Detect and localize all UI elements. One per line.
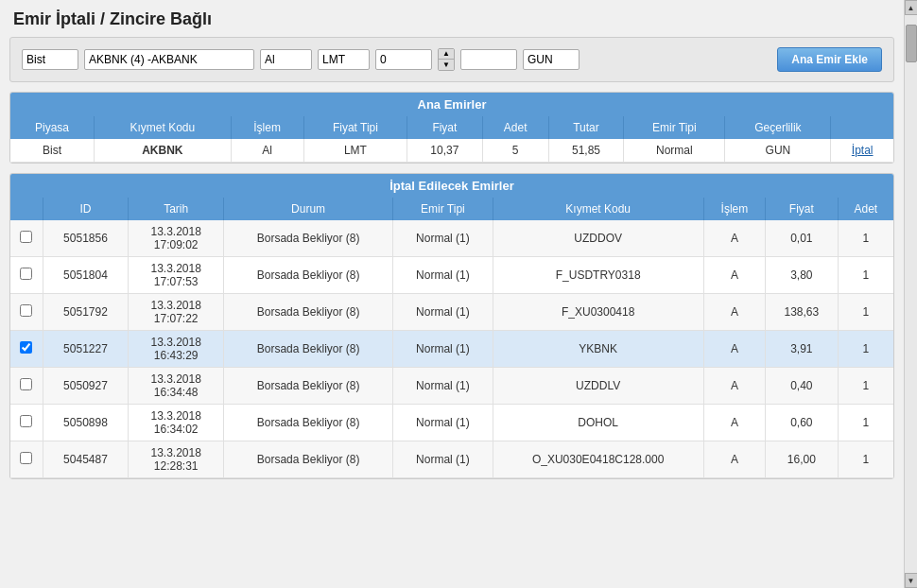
cell-id: 5051856: [43, 220, 129, 257]
page-title: Emir İptali / Zincire Bağlı: [0, 0, 904, 37]
cell-islem: A: [703, 220, 765, 257]
table-row: 5050927 13.3.201816:34:48 Borsada Bekliy…: [10, 368, 893, 405]
row-checkbox[interactable]: [20, 452, 32, 464]
row-checkbox[interactable]: [20, 304, 32, 317]
col-islem-iptal: İşlem: [703, 198, 765, 220]
cell-islem: A: [703, 257, 765, 294]
cell-fiyat: 10,37: [407, 139, 482, 163]
price-input[interactable]: [375, 49, 432, 70]
cell-id: 5050927: [43, 368, 129, 405]
table-row: 5051792 13.3.201817:07:22 Borsada Bekliy…: [10, 294, 893, 331]
col-emir-tipi-iptal: Emir Tipi: [393, 198, 493, 220]
cell-adet: 5: [482, 139, 548, 163]
table-row: 5051804 13.3.201817:07:53 Borsada Bekliy…: [10, 257, 893, 294]
iptal-link[interactable]: İptal: [852, 144, 874, 157]
scroll-down-btn[interactable]: ▼: [905, 573, 918, 588]
cell-action[interactable]: İptal: [831, 139, 893, 163]
cell-emir-tipi: Normal (1): [393, 331, 493, 368]
cell-fiyat: 3,91: [766, 331, 839, 368]
cell-kiymet-kodu: YKBNK: [493, 331, 703, 368]
stepper-up-btn[interactable]: ▲: [439, 49, 454, 60]
col-tarih: Tarih: [129, 198, 223, 220]
cell-durum: Borsada Bekliyor (8): [223, 368, 392, 405]
col-kiymet-kodu-iptal: Kıymet Kodu: [493, 198, 703, 220]
scroll-track: [905, 15, 918, 573]
iptal-table: ID Tarih Durum Emir Tipi Kıymet Kodu İşl…: [10, 198, 893, 478]
cell-kiymet-kodu: F_XU0300418: [493, 294, 703, 331]
row-checkbox[interactable]: [20, 341, 32, 354]
cell-tarih: 13.3.201816:34:02: [129, 405, 223, 441]
cell-id: 5051804: [43, 257, 129, 294]
cell-kiymet-kodu: AKBNK: [95, 139, 232, 163]
checkbox-cell[interactable]: [10, 331, 43, 368]
checkbox-cell[interactable]: [10, 368, 43, 405]
cell-adet: 1: [838, 331, 893, 368]
col-gecerlilik: Geçerlilik: [725, 116, 831, 139]
price-stepper: ▲ ▼: [438, 48, 455, 71]
row-checkbox[interactable]: [20, 378, 32, 390]
cell-fiyat: 0,60: [766, 405, 839, 441]
cell-durum: Borsada Bekliyor (8): [223, 405, 392, 441]
table-row: 5051227 13.3.201816:43:29 Borsada Bekliy…: [10, 331, 893, 368]
col-id: ID: [43, 198, 129, 220]
stepper-down-btn[interactable]: ▼: [439, 60, 454, 70]
gun-select[interactable]: GUN: [523, 49, 580, 70]
checkbox-cell[interactable]: [10, 220, 43, 257]
cell-tarih: 13.3.201817:07:22: [129, 294, 223, 331]
row-checkbox[interactable]: [20, 231, 32, 243]
table-row: 5050898 13.3.201816:34:02 Borsada Bekliy…: [10, 405, 893, 441]
cell-fiyat-tipi: LMT: [303, 139, 407, 163]
cell-kiymet-kodu: UZDDOV: [493, 220, 703, 257]
cell-durum: Borsada Bekliyor (8): [223, 220, 392, 257]
cell-kiymet-kodu: DOHOL: [493, 405, 703, 441]
scrollbar[interactable]: ▲ ▼: [904, 0, 917, 588]
cell-durum: Borsada Bekliyor (8): [223, 294, 392, 331]
row-checkbox[interactable]: [20, 268, 32, 280]
cell-emir-tipi: Normal (1): [393, 220, 493, 257]
cell-fiyat: 0,40: [766, 368, 839, 405]
al-select[interactable]: Al: [260, 49, 312, 70]
cell-emir-tipi: Normal (1): [393, 294, 493, 331]
cell-tarih: 13.3.201817:07:53: [129, 257, 223, 294]
col-tutar: Tutar: [548, 116, 623, 139]
ana-emir-ekle-button[interactable]: Ana Emir Ekle: [777, 47, 882, 72]
cell-islem: A: [703, 368, 765, 405]
stock-select[interactable]: AKBNK (4) -AKBANK: [84, 49, 254, 70]
cell-piyasa: Bist: [10, 139, 95, 163]
table-row: Bist AKBNK Al LMT 10,37 5 51,85 Normal G…: [10, 139, 893, 163]
checkbox-cell[interactable]: [10, 257, 43, 294]
scroll-thumb[interactable]: [906, 25, 917, 62]
checkbox-cell[interactable]: [10, 441, 43, 478]
cell-fiyat: 16,00: [766, 441, 839, 478]
top-panel-row: Bist AKBNK (4) -AKBANK Al LMT ▲ ▼: [22, 47, 882, 72]
checkbox-cell[interactable]: [10, 294, 43, 331]
iptal-header: İptal Edilecek Emirler: [10, 174, 893, 198]
lmt-select[interactable]: LMT: [318, 49, 370, 70]
bist-select[interactable]: Bist: [22, 49, 78, 70]
row-checkbox[interactable]: [20, 415, 32, 427]
col-adet: Adet: [482, 116, 548, 139]
cell-fiyat: 3,80: [766, 257, 839, 294]
col-durum: Durum: [223, 198, 392, 220]
ana-emirler-header-row: Piyasa Kıymet Kodu İşlem Fiyat Tipi Fiya…: [10, 116, 893, 139]
cell-id: 5051227: [43, 331, 129, 368]
cell-kiymet-kodu: F_USDTRY0318: [493, 257, 703, 294]
scroll-up-btn[interactable]: ▲: [905, 0, 918, 15]
checkbox-cell[interactable]: [10, 405, 43, 441]
extra-input[interactable]: [460, 49, 517, 70]
cell-gecerlilik: GUN: [725, 139, 831, 163]
col-islem: İşlem: [231, 116, 303, 139]
col-action: [831, 116, 893, 139]
cell-tarih: 13.3.201817:09:02: [129, 220, 223, 257]
cell-tarih: 13.3.201816:34:48: [129, 368, 223, 405]
cell-tutar: 51,85: [548, 139, 623, 163]
col-fiyat-tipi: Fiyat Tipi: [303, 116, 407, 139]
cell-adet: 1: [838, 368, 893, 405]
cell-adet: 1: [838, 294, 893, 331]
col-adet-iptal: Adet: [838, 198, 893, 220]
cell-islem: Al: [231, 139, 303, 163]
col-emir-tipi: Emir Tipi: [624, 116, 725, 139]
cell-id: 5050898: [43, 405, 129, 441]
cell-fiyat: 138,63: [766, 294, 839, 331]
cell-durum: Borsada Bekliyor (8): [223, 257, 392, 294]
